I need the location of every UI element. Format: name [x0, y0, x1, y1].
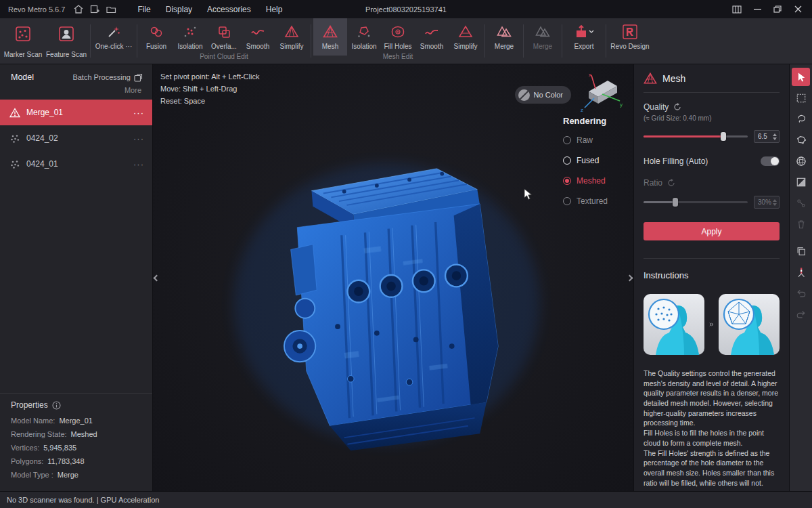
overlap-button[interactable]: Overla...	[207, 18, 241, 56]
mesh-simplify-button[interactable]: Simplify	[449, 18, 482, 56]
prop-model-name: Model Name:Merge_01	[11, 417, 141, 425]
merge-disabled-button: Merge	[526, 18, 560, 64]
rendering-option-fused[interactable]: Fused	[563, 156, 625, 165]
rendering-panel: Rendering Raw Fused Meshed Textured	[563, 116, 625, 217]
mesh-panel-title: Mesh	[662, 73, 685, 84]
fusion-button[interactable]: Fusion	[139, 18, 173, 56]
sphere-select-icon[interactable]	[792, 152, 810, 170]
rendering-option-textured[interactable]: Textured	[563, 196, 625, 206]
fill-holes-button[interactable]: Fill Holes	[381, 18, 415, 56]
restore-button[interactable]	[767, 2, 788, 17]
duplicate-icon[interactable]	[792, 242, 810, 260]
menu-file[interactable]: File	[130, 2, 158, 17]
model-item-label: 0424_02	[26, 133, 127, 143]
prop-model-type: Model Type :Merge	[11, 471, 141, 479]
svg-text:x: x	[589, 72, 591, 78]
quality-slider-handle[interactable]	[721, 132, 726, 141]
model-item-menu[interactable]: ···	[133, 108, 144, 118]
apply-button[interactable]: Apply	[644, 222, 780, 240]
svg-text:y: y	[620, 102, 623, 108]
properties-title: Properties	[11, 400, 48, 410]
feature-scan-button[interactable]: Feature Scan	[45, 18, 88, 64]
batch-processing-button[interactable]: Batch Processing	[72, 73, 143, 82]
point-cloud-icon	[9, 133, 20, 144]
ratio-slider	[644, 201, 748, 203]
menu-bar: File Display Accessories Help	[130, 2, 290, 17]
mesh-edit-group: Mesh Isolation Fill Holes	[313, 18, 482, 64]
export-button[interactable]: Export	[564, 18, 604, 64]
titlebar: Revo Metro 5.6.7 File Display Accessorie…	[0, 0, 812, 18]
lasso-select-icon[interactable]	[792, 110, 810, 128]
spin-up-icon[interactable]	[773, 133, 777, 136]
model-item-0424-02[interactable]: 0424_02 ···	[0, 125, 152, 151]
home-icon[interactable]	[70, 3, 87, 16]
isolation-icon	[183, 23, 198, 41]
select-tool-icon[interactable]	[792, 68, 810, 86]
one-click-button[interactable]: One-click ···	[93, 18, 135, 64]
pc-smooth-button[interactable]: Smooth	[241, 18, 275, 56]
batch-processing-icon	[134, 73, 143, 82]
model-item-menu[interactable]: ···	[133, 159, 144, 169]
rendering-option-meshed[interactable]: Meshed	[563, 176, 625, 186]
collapse-right-panel-handle[interactable]	[626, 267, 633, 289]
pc-simplify-button[interactable]: Simplify	[275, 18, 309, 56]
viewport-hints: Set pivot point: Alt + Left-Click Move: …	[160, 70, 259, 107]
hole-filling-toggle[interactable]	[761, 156, 780, 166]
radio-icon	[563, 156, 571, 165]
collapse-left-panel-handle[interactable]	[153, 267, 160, 289]
instructions-text: The Quality settings control the generat…	[644, 368, 780, 488]
pc-isolation-button[interactable]: Isolation	[173, 18, 207, 56]
merge-icon	[535, 23, 550, 41]
marker-scan-button[interactable]: Marker Scan	[1, 18, 45, 64]
quality-slider[interactable]	[644, 135, 748, 137]
rendering-option-raw[interactable]: Raw	[563, 135, 625, 145]
menu-accessories[interactable]: Accessories	[200, 2, 258, 17]
project-title: Project08032025193741	[0, 5, 812, 14]
quality-value-spinbox[interactable]: 6.5	[754, 130, 780, 143]
close-button[interactable]	[788, 2, 808, 17]
merge-button[interactable]: Merge	[487, 18, 521, 64]
simplify-icon	[458, 23, 473, 41]
new-project-icon[interactable]	[87, 3, 103, 16]
open-project-icon[interactable]	[103, 3, 119, 16]
engine-model-3d[interactable]	[212, 131, 554, 457]
menu-display[interactable]: Display	[158, 2, 200, 17]
rect-select-icon[interactable]	[792, 89, 810, 107]
no-color-badge: No Color	[515, 86, 571, 104]
measure-station-icon[interactable]	[792, 263, 810, 281]
model-item-0424-01[interactable]: 0424_01 ···	[0, 151, 152, 177]
status-bar: No 3D scanner was found. | GPU Accelerat…	[0, 491, 812, 508]
model-list: Merge_01 ··· 0424_02 ··· 0424_01 ···	[0, 100, 152, 393]
viewport-3d[interactable]: Set pivot point: Alt + Left-Click Move: …	[153, 64, 633, 491]
double-chevron-icon	[709, 320, 714, 329]
revo-design-button[interactable]: Revo Design	[608, 18, 652, 64]
rendering-title: Rendering	[563, 116, 625, 126]
axis-gizmo[interactable]: x y z	[575, 71, 624, 116]
polygon-select-icon[interactable]	[792, 131, 810, 149]
ratio-label: Ratio	[644, 178, 662, 188]
app-window: Revo Metro 5.6.7 File Display Accessorie…	[0, 0, 812, 508]
minimize-button[interactable]	[747, 2, 767, 17]
mesh-smooth-button[interactable]: Smooth	[415, 18, 449, 56]
more-link[interactable]: More	[0, 82, 152, 96]
plane-cut-icon[interactable]	[792, 173, 810, 191]
ratio-value-box: 30%	[754, 196, 780, 209]
model-item-menu[interactable]: ···	[133, 133, 144, 144]
spin-down-icon[interactable]	[773, 137, 777, 140]
hint-pivot: Set pivot point: Alt + Left-Click	[160, 70, 259, 83]
menu-help[interactable]: Help	[258, 2, 290, 17]
svg-text:z: z	[581, 107, 583, 113]
model-item-merge-01[interactable]: Merge_01 ···	[0, 100, 152, 125]
one-click-label: One-click ···	[95, 43, 132, 50]
ratio-slider-handle	[673, 198, 678, 207]
reset-quality-icon[interactable]	[673, 103, 681, 111]
revo-design-logo-icon	[622, 23, 638, 41]
marker-scan-icon	[14, 23, 32, 45]
info-icon[interactable]	[52, 401, 61, 410]
prop-polygons: Polygons:11,783,348	[11, 457, 141, 465]
hint-reset: Reset: Space	[160, 95, 259, 107]
mesh-isolation-button[interactable]: Isolation	[347, 18, 381, 56]
layout-icon[interactable]	[727, 2, 747, 17]
mesh-button[interactable]: Mesh	[313, 18, 347, 56]
connect-tool-icon	[792, 194, 810, 212]
